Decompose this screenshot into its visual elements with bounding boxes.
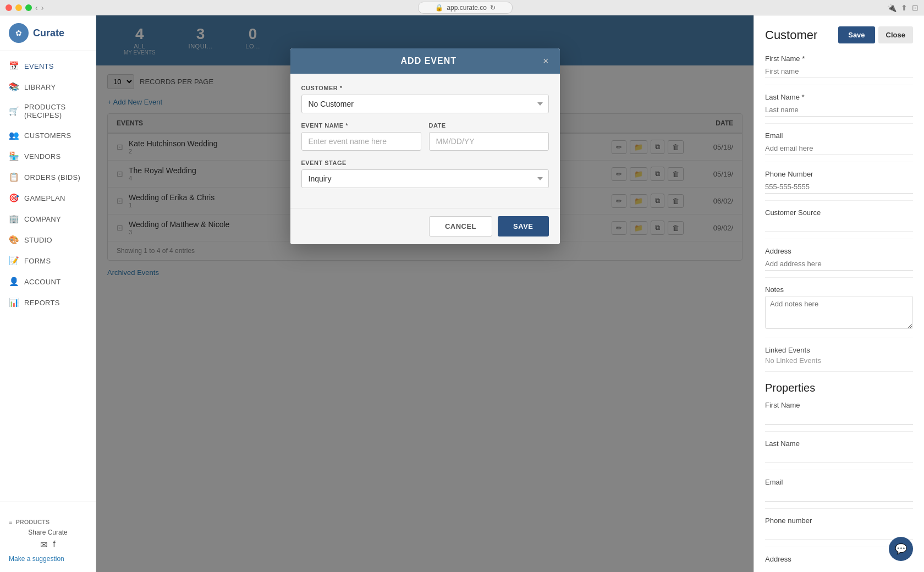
date-label: DATE — [429, 122, 549, 129]
window-chrome: ‹ › 🔒 app.curate.co ↻ 🔌 ⬆ ⊡ — [0, 0, 924, 15]
sidebar-item-gameplan[interactable]: 🎯 GAMEPLAN — [0, 188, 96, 208]
address-bar: 🔒 app.curate.co ↻ — [418, 2, 513, 14]
linked-events-label: Linked Events — [765, 346, 913, 354]
address-label: Address — [765, 247, 913, 255]
prop-email-field: Email — [765, 478, 913, 509]
properties-title: Properties — [765, 382, 913, 394]
sidebar-item-orders-label: ORDERS (BIDS) — [24, 173, 80, 182]
prop-address-input[interactable] — [765, 565, 913, 572]
email-input[interactable] — [765, 142, 913, 155]
last-name-input[interactable] — [765, 103, 913, 117]
share-curate: Share Curate ✉ f — [9, 529, 87, 550]
prop-phone-label: Phone number — [765, 516, 913, 525]
forms-icon: 📝 — [9, 256, 19, 266]
facebook-share-icon[interactable]: f — [53, 540, 55, 550]
prop-first-name-input[interactable] — [765, 411, 913, 425]
phone-label: Phone Number — [765, 170, 913, 178]
prop-first-name-field: First Name — [765, 401, 913, 432]
studio-icon: 🎨 — [9, 235, 19, 245]
panel-close-button[interactable]: Close — [878, 26, 913, 43]
no-linked-events: No Linked Events — [765, 356, 913, 365]
address-field: Address — [765, 247, 913, 278]
sidebar-item-orders[interactable]: 📋 ORDERS (BIDS) — [0, 167, 96, 188]
prop-last-name-input[interactable] — [765, 450, 913, 463]
suggestion-link[interactable]: Make a suggestion — [9, 555, 64, 563]
maximize-dot[interactable] — [25, 4, 32, 11]
account-icon: 👤 — [9, 277, 19, 287]
sidebar-item-studio-label: STUDIO — [24, 236, 52, 244]
share-button[interactable]: ⬆ — [901, 3, 908, 12]
sidebar-item-account[interactable]: 👤 ACCOUNT — [0, 271, 96, 292]
sidebar: ✿ Curate 📅 EVENTS 📚 LIBRARY 🛒 PRODUCTS (… — [0, 15, 96, 572]
main-content: 4 ALL MY EVENTS 3 INQUI... 0 LO... 10 25… — [96, 15, 754, 572]
modal-save-button[interactable]: SAVE — [498, 216, 548, 237]
event-stage-select[interactable]: Inquiry — [301, 169, 549, 188]
back-button[interactable]: ‹ — [35, 3, 38, 12]
sidebar-item-account-label: ACCOUNT — [24, 278, 61, 286]
event-name-input[interactable] — [301, 132, 421, 151]
modal-close-button[interactable]: × — [543, 56, 549, 66]
date-col: DATE — [429, 122, 549, 151]
sidebar-item-customers[interactable]: 👥 CUSTOMERS — [0, 125, 96, 146]
sidebar-item-studio[interactable]: 🎨 STUDIO — [0, 229, 96, 250]
modal-header: ADD EVENT × — [290, 48, 560, 74]
minimize-dot[interactable] — [15, 4, 22, 11]
sidebar-nav: 📅 EVENTS 📚 LIBRARY 🛒 PRODUCTS (RECIPES) … — [0, 51, 96, 502]
sidebar-item-company[interactable]: 🏢 COMPANY — [0, 208, 96, 229]
modal-overlay: ADD EVENT × CUSTOMER * No Customer EVENT… — [96, 15, 754, 572]
email-field: Email — [765, 131, 913, 162]
email-label: Email — [765, 131, 913, 140]
sidebar-item-library[interactable]: 📚 LIBRARY — [0, 76, 96, 97]
close-dot[interactable] — [6, 4, 12, 11]
chat-button[interactable]: 💬 — [889, 537, 913, 561]
right-panel: Customer Save Close First Name * Last Na… — [754, 15, 924, 572]
sidebar-item-reports-label: REPORTS — [24, 299, 60, 307]
reports-icon: 📊 — [9, 298, 19, 307]
sidebar-item-events[interactable]: 📅 EVENTS — [0, 56, 96, 76]
extensions-button[interactable]: 🔌 — [887, 3, 897, 12]
prop-email-input[interactable] — [765, 488, 913, 502]
cancel-button[interactable]: CANCEL — [429, 216, 492, 237]
sidebar-item-products[interactable]: 🛒 PRODUCTS (RECIPES) — [0, 97, 96, 125]
company-icon: 🏢 — [9, 214, 19, 224]
last-name-label: Last Name * — [765, 93, 913, 101]
modal-footer: CANCEL SAVE — [290, 208, 560, 244]
sidebar-item-library-label: LIBRARY — [24, 83, 56, 91]
products-section-label: ≡ PRODUCTS — [9, 515, 87, 529]
customer-source-field: Customer Source — [765, 208, 913, 239]
customer-source-input[interactable] — [765, 219, 913, 232]
modal-title: ADD EVENT — [315, 56, 543, 66]
lock-icon: 🔒 — [435, 4, 443, 12]
address-input[interactable] — [765, 257, 913, 271]
sidebar-item-products-label: PRODUCTS (RECIPES) — [24, 103, 87, 119]
notes-textarea[interactable] — [765, 296, 913, 329]
panel-header: Customer Save Close — [765, 26, 913, 43]
first-name-label: First Name * — [765, 54, 913, 63]
forward-button[interactable]: › — [41, 3, 44, 12]
event-name-col: EVENT NAME * — [301, 122, 421, 151]
orders-icon: 📋 — [9, 172, 19, 182]
sidebar-item-vendors[interactable]: 🏪 VENDORS — [0, 146, 96, 167]
first-name-input[interactable] — [765, 65, 913, 78]
event-stage-label: EVENT STAGE — [301, 160, 549, 166]
date-input[interactable] — [429, 132, 549, 151]
sidebar-item-events-label: EVENTS — [24, 62, 54, 70]
events-icon: 📅 — [9, 61, 19, 71]
linked-events-field: Linked Events No Linked Events — [765, 346, 913, 372]
window-button[interactable]: ⊡ — [912, 3, 919, 12]
refresh-icon[interactable]: ↻ — [490, 4, 496, 12]
email-share-icon[interactable]: ✉ — [40, 540, 47, 550]
customer-source-label: Customer Source — [765, 208, 913, 217]
panel-save-button[interactable]: Save — [838, 26, 875, 43]
customer-select[interactable]: No Customer — [301, 95, 549, 113]
last-name-field: Last Name * — [765, 93, 913, 124]
phone-input[interactable] — [765, 180, 913, 194]
sidebar-item-vendors-label: VENDORS — [24, 152, 61, 161]
logo-text: Curate — [33, 28, 64, 39]
prop-first-name-label: First Name — [765, 401, 913, 409]
customers-icon: 👥 — [9, 130, 19, 140]
sidebar-item-reports[interactable]: 📊 REPORTS — [0, 292, 96, 313]
sidebar-item-forms[interactable]: 📝 FORMS — [0, 250, 96, 271]
sidebar-item-customers-label: CUSTOMERS — [24, 131, 72, 140]
prop-last-name-field: Last Name — [765, 439, 913, 470]
